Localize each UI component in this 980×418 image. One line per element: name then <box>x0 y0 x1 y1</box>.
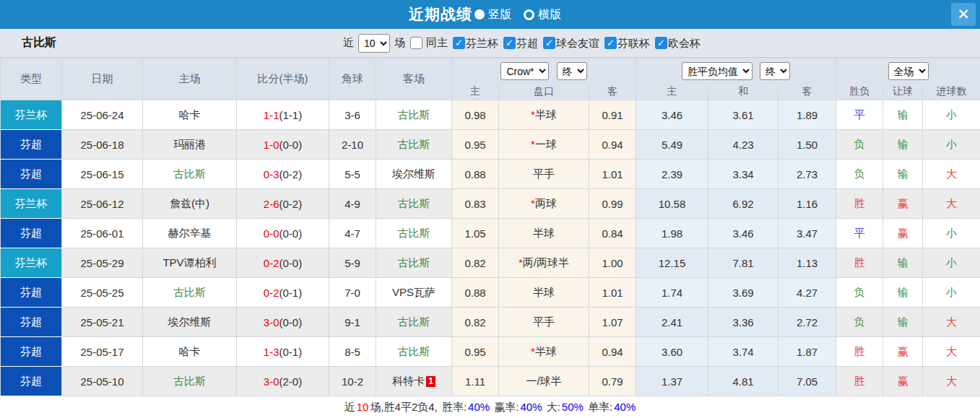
same-home-checkbox[interactable] <box>410 37 422 49</box>
filter-bar: 古比斯 近 10 场 同主 ✓芬兰杯✓芬超✓球会友谊✓芬联杯✓欧会杯 <box>0 29 980 58</box>
away-team: 科特卡1 <box>376 367 452 396</box>
asian-handicap-result: 输 <box>883 308 923 337</box>
avg-select-group: 胜平负均值 终 <box>636 58 836 84</box>
away-odds: 1.01 <box>589 160 636 189</box>
handicap-text: 半球 <box>535 108 557 121</box>
avg-type-select[interactable]: 胜平负均值 <box>682 62 753 80</box>
col-header-date: 日期 <box>62 58 143 100</box>
full-time-score: 3-0 <box>264 375 279 388</box>
close-button[interactable]: ✕ <box>951 3 976 26</box>
away-team: 古比斯 <box>376 189 452 219</box>
home-odds: 0.95 <box>452 130 499 160</box>
table-row: 芬超 25-05-21 埃尔维斯 3-0(0-0) 9-1 古比斯 0.82 平… <box>1 308 980 337</box>
subheader-avg-draw: 和 <box>708 84 779 100</box>
avg-state-select[interactable]: 终 <box>760 62 790 80</box>
half-time-score: (0-0) <box>279 139 303 151</box>
home-team: 玛丽港 <box>143 130 237 160</box>
handicap-line: 平手 <box>499 160 589 189</box>
summary-part: 40% <box>614 401 636 413</box>
odds-select-group: Crow* 终 <box>452 58 636 84</box>
home-team: 古比斯 <box>143 160 237 189</box>
match-result: 平 <box>836 219 883 248</box>
vertical-layout-radio[interactable] <box>474 9 485 19</box>
horizontal-layout-radio[interactable] <box>524 9 534 20</box>
team-name: 古比斯 <box>22 35 56 51</box>
summary-footer: 近10场,胜4平2负4, 胜率:40% 赢率:40% 大:50% 单率:40% <box>0 396 980 418</box>
handicap-line: *半球 <box>499 337 589 367</box>
league-checkbox[interactable]: ✓ <box>604 37 617 49</box>
avg-win-odds: 1.98 <box>636 219 708 248</box>
home-team: 古比斯 <box>143 278 237 308</box>
scope-select[interactable]: 全场 <box>888 62 929 80</box>
handicap-line: *两/两球半 <box>499 248 589 278</box>
half-time-score: (2-0) <box>279 375 303 388</box>
col-header-away: 客场 <box>376 58 452 100</box>
handicap-text: 半球 <box>535 345 557 357</box>
table-row: 芬兰杯 25-05-29 TPV谭柏利 0-2(0-0) 5-9 古比斯 0.8… <box>1 248 980 278</box>
away-team: VPS瓦萨 <box>376 278 452 308</box>
avg-draw-odds: 4.23 <box>708 130 779 160</box>
full-time-score: 0-2 <box>264 257 279 269</box>
league-checkbox-label[interactable]: 球会友谊 <box>556 36 599 48</box>
league-checkbox[interactable]: ✓ <box>543 37 555 49</box>
recent-count-select[interactable]: 10 <box>358 34 390 53</box>
subheader-asian-result: 让球 <box>883 84 923 100</box>
table-row: 芬超 25-06-18 玛丽港 1-0(0-0) 2-10 古比斯 0.95 *… <box>1 130 980 160</box>
avg-lose-odds: 4.27 <box>779 278 836 308</box>
league-checkbox[interactable]: ✓ <box>655 37 667 49</box>
handicap-line: 半球 <box>499 219 589 248</box>
full-time-score: 1-0 <box>264 139 279 151</box>
away-team: 古比斯 <box>376 219 452 248</box>
summary-part: 40% <box>468 401 490 413</box>
asian-handicap-result: 输 <box>883 130 923 160</box>
home-team: 埃尔维斯 <box>143 308 237 337</box>
handicap-text: 两/两球半 <box>523 256 569 269</box>
avg-win-odds: 5.49 <box>636 130 708 160</box>
avg-draw-odds: 4.81 <box>708 367 779 396</box>
goals-over-under: 大 <box>923 189 980 219</box>
match-result: 负 <box>836 278 883 308</box>
away-odds: 1.01 <box>589 278 636 308</box>
home-odds: 0.88 <box>452 278 499 308</box>
league-type-badge: 芬兰杯 <box>1 100 62 130</box>
asian-handicap-result: 赢 <box>883 189 923 219</box>
avg-draw-odds: 3.34 <box>708 160 779 189</box>
league-checkbox-label[interactable]: 芬超 <box>516 36 538 48</box>
league-checkbox-label[interactable]: 芬联杯 <box>617 36 650 48</box>
away-team-name: 古比斯 <box>398 197 430 209</box>
home-odds: 0.95 <box>452 337 499 367</box>
avg-draw-odds: 3.74 <box>708 337 779 367</box>
subheader-odds-away: 客 <box>589 84 636 100</box>
away-odds: 1.07 <box>589 308 636 337</box>
match-date: 25-05-25 <box>62 278 143 308</box>
asian-handicap-result: 赢 <box>883 219 923 248</box>
score-cell: 1-0(0-0) <box>237 130 329 160</box>
half-time-score: (0-1) <box>279 287 303 299</box>
same-home-label[interactable]: 同主 <box>426 36 448 50</box>
league-checkbox-label[interactable]: 欧会杯 <box>668 36 701 48</box>
recent-label: 近 <box>343 36 354 50</box>
avg-lose-odds: 1.50 <box>779 130 836 160</box>
goals-over-under: 小 <box>923 248 980 278</box>
match-date: 25-05-10 <box>62 367 143 396</box>
odds-state-select[interactable]: 终 <box>557 62 587 80</box>
odds-company-select[interactable]: Crow* <box>500 62 549 80</box>
table-row: 芬兰杯 25-06-24 哈卡 1-1(1-1) 3-6 古比斯 0.98 *半… <box>1 100 980 130</box>
match-result: 胜 <box>836 189 883 219</box>
half-time-score: (0-0) <box>279 257 303 269</box>
corner-score: 4-9 <box>329 189 376 219</box>
asian-handicap-result: 输 <box>883 100 923 130</box>
asian-handicap-result: 输 <box>883 248 923 278</box>
league-type-badge: 芬兰杯 <box>1 248 62 278</box>
home-team: 哈卡 <box>143 100 237 130</box>
vertical-layout-label[interactable]: 竖版 <box>488 7 511 22</box>
avg-win-odds: 2.41 <box>636 308 708 337</box>
league-type-badge: 芬超 <box>1 308 62 337</box>
handicap-line: *一球 <box>499 130 589 160</box>
horizontal-layout-label[interactable]: 横版 <box>538 7 561 22</box>
league-checkbox-label[interactable]: 芬兰杯 <box>466 36 498 48</box>
col-header-home: 主场 <box>143 58 237 100</box>
league-checkbox[interactable]: ✓ <box>503 37 516 49</box>
league-checkbox[interactable]: ✓ <box>453 37 465 49</box>
score-cell: 0-2(0-0) <box>237 248 329 278</box>
